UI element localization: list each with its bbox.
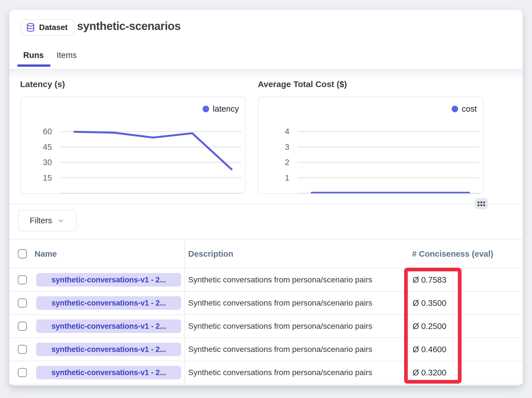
latency-legend-dot — [203, 106, 209, 112]
latency-chart: 15304560 latency — [20, 97, 246, 194]
column-header-conciseness: # Conciseness (eval) — [412, 239, 493, 269]
run-name-label: synthetic-conversations-v1 - 2... — [52, 299, 166, 308]
latency-legend-label: latency — [213, 104, 239, 114]
charts-section-divider — [9, 204, 523, 204]
column-header-description: Description — [188, 239, 233, 269]
run-name-label: synthetic-conversations-v1 - 2... — [52, 345, 166, 354]
table-row[interactable]: synthetic-conversations-v1 - 2... Synthe… — [9, 338, 523, 361]
run-description: Synthetic conversations from persona/sce… — [188, 298, 372, 308]
svg-text:60: 60 — [43, 127, 52, 136]
page-title: synthetic-scenarios — [77, 20, 181, 33]
latency-legend: latency — [203, 104, 239, 114]
row-checkbox[interactable] — [18, 322, 27, 331]
run-description: Synthetic conversations from persona/sce… — [188, 322, 372, 331]
dataset-badge-label: Dataset — [39, 23, 68, 32]
row-checkbox[interactable] — [18, 298, 27, 308]
latency-chart-title: Latency (s) — [20, 79, 65, 89]
run-description: Synthetic conversations from persona/sce… — [188, 345, 372, 354]
cost-legend-dot — [452, 106, 458, 112]
svg-text:15: 15 — [43, 173, 52, 182]
dataset-page: Dataset synthetic-scenarios Runs Items L… — [0, 0, 532, 398]
run-name-label: synthetic-conversations-v1 - 2... — [52, 276, 166, 284]
cost-chart-title: Average Total Cost ($) — [258, 79, 347, 89]
cost-legend: cost — [452, 104, 477, 114]
svg-text:2: 2 — [285, 158, 289, 167]
chevron-down-icon — [57, 217, 65, 225]
run-description: Synthetic conversations from persona/sce… — [188, 275, 372, 284]
resize-drag-handle-icon[interactable] — [475, 198, 488, 209]
conciseness-value: Ø 0.2500 — [413, 322, 446, 331]
svg-text:1: 1 — [285, 173, 289, 182]
active-tab-underline — [17, 64, 50, 67]
svg-text:3: 3 — [285, 142, 289, 152]
svg-text:4: 4 — [285, 127, 289, 136]
table-row[interactable]: synthetic-conversations-v1 - 2... Synthe… — [9, 292, 523, 315]
cost-legend-label: cost — [462, 104, 477, 114]
svg-text:30: 30 — [43, 158, 52, 167]
run-name-badge[interactable]: synthetic-conversations-v1 - 2... — [36, 343, 181, 356]
conciseness-value: Ø 0.4600 — [413, 345, 446, 354]
tab-runs[interactable]: Runs — [23, 51, 44, 60]
row-checkbox[interactable] — [18, 368, 27, 377]
cost-plot-area: 1234 — [258, 97, 483, 193]
run-name-badge[interactable]: synthetic-conversations-v1 - 2... — [36, 319, 181, 333]
cost-chart: 1234 cost — [258, 97, 484, 194]
run-description: Synthetic conversations from persona/sce… — [188, 368, 372, 377]
conciseness-value: Ø 0.7583 — [413, 275, 446, 285]
dataset-badge: Dataset — [21, 19, 75, 36]
column-header-name: Name — [35, 239, 57, 269]
table-row[interactable]: synthetic-conversations-v1 - 2... Synthe… — [9, 361, 523, 384]
conciseness-value: Ø 0.3500 — [413, 298, 446, 308]
runs-table: Name Description # Conciseness (eval) sy… — [9, 239, 523, 384]
table-row[interactable]: synthetic-conversations-v1 - 2... Synthe… — [9, 315, 523, 338]
tabs-shadow — [9, 70, 523, 80]
column-divider — [185, 239, 185, 384]
table-body: synthetic-conversations-v1 - 2... Synthe… — [9, 269, 523, 384]
run-name-badge[interactable]: synthetic-conversations-v1 - 2... — [36, 296, 181, 310]
database-icon — [26, 23, 35, 32]
run-name-badge[interactable]: synthetic-conversations-v1 - 2... — [36, 366, 181, 379]
run-name-badge[interactable]: synthetic-conversations-v1 - 2... — [36, 273, 181, 287]
svg-text:45: 45 — [43, 142, 52, 152]
table-header-row: Name Description # Conciseness (eval) — [9, 239, 523, 269]
tab-items[interactable]: Items — [57, 51, 77, 60]
run-name-label: synthetic-conversations-v1 - 2... — [52, 368, 166, 377]
row-checkbox[interactable] — [18, 345, 27, 354]
filters-button-label: Filters — [30, 216, 52, 225]
row-checkbox[interactable] — [18, 275, 27, 284]
run-name-label: synthetic-conversations-v1 - 2... — [52, 322, 166, 331]
filters-button[interactable]: Filters — [18, 210, 77, 232]
select-all-checkbox[interactable] — [18, 249, 27, 258]
table-row[interactable]: synthetic-conversations-v1 - 2... Synthe… — [9, 269, 523, 292]
conciseness-value: Ø 0.3200 — [413, 368, 446, 377]
